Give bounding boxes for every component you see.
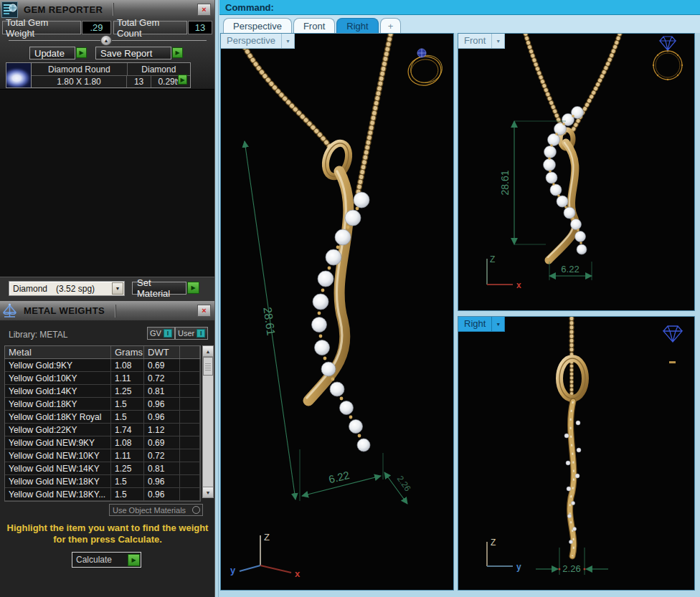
extra-cell bbox=[180, 449, 200, 462]
material-select[interactable]: Diamond (3.52 spg) ▼ bbox=[9, 281, 125, 296]
gv-indicator: I bbox=[164, 329, 172, 338]
instruction-line1: Highlight the item you want to find the … bbox=[3, 522, 212, 534]
scroll-thumb[interactable] bbox=[203, 357, 213, 376]
dwt-cell: 0.69 bbox=[144, 436, 180, 449]
viewport-menu-arrow-icon[interactable]: ▼ bbox=[491, 317, 504, 331]
right-viewport-label[interactable]: Right ▼ bbox=[458, 317, 505, 332]
scroll-down-icon[interactable]: ▼ bbox=[203, 487, 213, 497]
metal-name-cell: Yellow Gold NEW:10KY bbox=[5, 449, 111, 462]
grams-cell: 1.11 bbox=[111, 372, 144, 384]
col-grams[interactable]: Grams bbox=[111, 346, 144, 358]
metal-table-row[interactable]: Yellow Gold:14KY 1.25 0.81 bbox=[5, 385, 200, 398]
material-select-spg: (3.52 spg) bbox=[56, 284, 112, 294]
dimension-label-height: 28.61 bbox=[261, 306, 277, 336]
axis-z-label: Z bbox=[491, 538, 496, 548]
extra-cell bbox=[180, 475, 200, 487]
ring-icon bbox=[653, 37, 683, 80]
perspective-viewport-label[interactable]: Perspective ▼ bbox=[221, 34, 295, 49]
viewport-perspective[interactable]: Perspective ▼ bbox=[220, 33, 454, 591]
metal-name-cell: Yellow Gold NEW:9KY bbox=[5, 436, 111, 449]
radio-circle-icon[interactable] bbox=[192, 506, 200, 514]
metal-table-row[interactable]: Yellow Gold NEW:9KY 1.08 0.69 bbox=[5, 436, 200, 449]
total-gem-weight-value: .29 bbox=[82, 21, 111, 34]
front-scene: 28.61 6.22 Z x bbox=[458, 34, 694, 310]
metal-table-row[interactable]: Yellow Gold:10KY 1.11 0.72 bbox=[5, 372, 200, 385]
viewport-front[interactable]: Front ▼ bbox=[458, 33, 695, 311]
total-gem-count-value: 13 bbox=[188, 21, 212, 34]
metal-table: Metal Grams DWT Yellow Gold:9KY 1.08 0.6… bbox=[4, 345, 212, 502]
save-report-button[interactable]: Save Report bbox=[95, 47, 171, 59]
calculate-label: Calculate bbox=[72, 555, 128, 565]
total-gem-weight-label: Total Gem Weight bbox=[2, 21, 81, 34]
gem-summary-table[interactable]: Diamond Round Diamond 1.80 X 1.80 13 0.2… bbox=[6, 62, 191, 88]
use-object-materials-button[interactable]: Use Object Materials bbox=[109, 504, 203, 516]
update-go-icon[interactable]: ▶ bbox=[76, 47, 87, 58]
gem-count-cell: 13 bbox=[126, 75, 151, 87]
front-viewport-label[interactable]: Front ▼ bbox=[458, 34, 505, 49]
tab-right[interactable]: Right bbox=[336, 18, 378, 33]
gem-list-empty-area bbox=[0, 89, 214, 277]
gem-slider-handle[interactable]: ▲ bbox=[100, 35, 112, 46]
gv-button[interactable]: GV I bbox=[147, 327, 175, 340]
diamond-strand bbox=[544, 107, 587, 255]
metal-table-row[interactable]: Yellow Gold:9KY 1.08 0.69 bbox=[5, 359, 200, 372]
viewport-area: Command: Perspective Front Right + Persp… bbox=[215, 0, 700, 597]
dwt-cell: 0.72 bbox=[144, 372, 180, 384]
metal-table-scrollbar[interactable]: ▲ ▼ bbox=[202, 345, 214, 498]
dim-tick bbox=[559, 568, 561, 570]
gv-button-label: GV bbox=[150, 329, 161, 338]
dwt-cell: 0.96 bbox=[144, 475, 180, 487]
calculate-go-icon[interactable]: ▶ bbox=[128, 554, 140, 566]
metal-name-cell: Yellow Gold:9KY bbox=[5, 359, 111, 371]
metal-table-row[interactable]: Yellow Gold NEW:18KY 1.5 0.96 bbox=[5, 475, 200, 488]
axis-y-label: y bbox=[230, 565, 236, 575]
col-metal[interactable]: Metal bbox=[5, 346, 111, 358]
metal-table-row[interactable]: Yellow Gold NEW:10KY 1.11 0.72 bbox=[5, 449, 200, 462]
dwt-cell: 1.12 bbox=[144, 424, 180, 436]
metal-weights-close-icon[interactable]: × bbox=[197, 305, 211, 317]
gold-dash-icon bbox=[669, 361, 676, 363]
metal-name-cell: Yellow Gold:22KY bbox=[5, 424, 111, 436]
extra-cell bbox=[180, 359, 200, 371]
update-button[interactable]: Update bbox=[29, 47, 75, 59]
metal-table-row[interactable]: Yellow Gold NEW:22KY 1.74 1.12 bbox=[5, 501, 200, 502]
metal-name-cell: Yellow Gold:10KY bbox=[5, 372, 111, 384]
axis-gizmo: Z x bbox=[487, 254, 521, 290]
gem-table-header-row: Diamond Round Diamond bbox=[32, 63, 190, 75]
metal-table-row[interactable]: Yellow Gold:18KY 1.5 0.96 bbox=[5, 398, 200, 411]
left-sidebar: GEM REPORTER × Total Gem Weight .29 Tota… bbox=[0, 0, 215, 597]
save-report-go-icon[interactable]: ▶ bbox=[172, 47, 183, 58]
viewport-menu-arrow-icon[interactable]: ▼ bbox=[491, 34, 504, 48]
instruction-line2: for then press Calculate. bbox=[3, 534, 212, 545]
metal-table-row[interactable]: Yellow Gold:18KY Royal 1.5 0.96 bbox=[5, 411, 200, 424]
set-material-button[interactable]: Set Material bbox=[132, 282, 186, 295]
extra-cell bbox=[180, 488, 200, 500]
tab-perspective[interactable]: Perspective bbox=[223, 18, 292, 33]
tab-add-icon[interactable]: + bbox=[380, 18, 402, 33]
set-material-go-icon[interactable]: ▶ bbox=[187, 282, 199, 294]
grams-cell: 1.74 bbox=[111, 501, 144, 502]
col-dwt[interactable]: DWT bbox=[144, 346, 180, 358]
calculate-button[interactable]: Calculate ▶ bbox=[72, 552, 141, 568]
gem-table-value-row[interactable]: 1.80 X 1.80 13 0.29tw bbox=[32, 75, 190, 87]
grams-cell: 1.08 bbox=[111, 436, 144, 449]
gem-row-go-icon[interactable]: ▶ bbox=[178, 75, 187, 85]
user-button[interactable]: User I bbox=[175, 327, 208, 340]
metal-table-row[interactable]: Yellow Gold NEW:18KY... 1.5 0.96 bbox=[5, 488, 200, 501]
dwt-cell: 1.12 bbox=[144, 501, 180, 502]
metal-table-row[interactable]: Yellow Gold NEW:14KY 1.25 0.81 bbox=[5, 462, 200, 475]
total-gem-count-label: Total Gem Count bbox=[113, 21, 187, 34]
material-dropdown-arrow-icon[interactable]: ▼ bbox=[112, 282, 123, 295]
metal-table-row[interactable]: Yellow Gold:22KY 1.74 1.12 bbox=[5, 424, 200, 436]
viewport-right[interactable]: Right ▼ bbox=[458, 316, 695, 591]
command-bar[interactable]: Command: bbox=[219, 0, 700, 15]
tab-front[interactable]: Front bbox=[293, 18, 335, 33]
scroll-up-icon[interactable]: ▲ bbox=[203, 346, 213, 357]
metal-name-cell: Yellow Gold:14KY bbox=[5, 385, 111, 397]
viewport-menu-arrow-icon[interactable]: ▼ bbox=[281, 34, 294, 48]
dimension-label-height: 28.61 bbox=[499, 170, 511, 195]
ring-wireframe-icon bbox=[405, 49, 445, 88]
grams-cell: 1.25 bbox=[111, 462, 144, 474]
gem-reporter-close-icon[interactable]: × bbox=[197, 4, 211, 16]
chain-strands bbox=[235, 34, 392, 204]
